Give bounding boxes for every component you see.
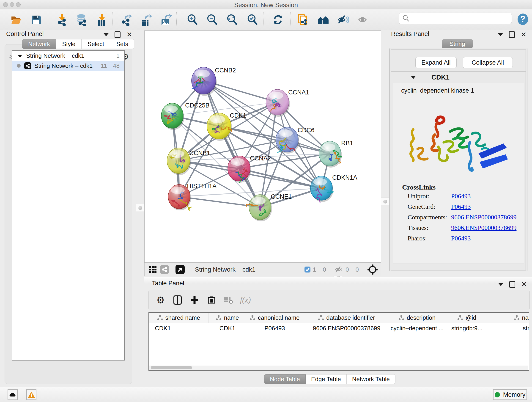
table-panel-menu-icon[interactable] [498,283,503,286]
import-network-file-icon[interactable] [56,13,69,26]
network-type-icon [24,62,31,69]
control-panel-float-icon[interactable] [114,32,120,38]
open-file-icon[interactable] [10,13,22,26]
grid-view-icon[interactable] [149,265,157,274]
network-collection-row[interactable]: String Network – cdk1 1 [12,51,124,61]
control-panel-close-icon[interactable]: ✕ [127,32,132,37]
protein-node-HIST1H1A[interactable]: HIST1H1A [168,183,216,210]
import-network-database-icon[interactable] [75,13,88,26]
warnings-button[interactable] [26,389,36,400]
crosslink-link[interactable]: 9606.ENSP00000378699 [451,214,516,221]
column-header-database-identifier[interactable]: database identifier [303,313,390,323]
help-icon[interactable]: ? [517,13,530,26]
tab-sets[interactable]: Sets [110,39,134,49]
tab-style[interactable]: Style [56,39,82,49]
table-cell: CDK1 [209,323,246,333]
save-session-icon[interactable] [30,13,43,26]
search-input[interactable] [412,15,512,22]
results-panel-close-icon[interactable]: ✕ [521,32,526,37]
show-columns-icon[interactable] [172,295,183,305]
table-cell: 9606.ENSP00000378699 [303,323,390,333]
delete-column-icon[interactable] [206,295,216,305]
new-network-from-selection-icon[interactable] [297,13,309,26]
apply-layout-icon[interactable] [272,13,284,26]
export-table-icon[interactable] [140,13,152,26]
zoom-fit-icon[interactable] [226,13,239,26]
export-image-icon[interactable] [160,13,172,26]
detach-view-icon[interactable] [176,265,185,274]
import-table-icon[interactable] [95,13,108,26]
hidden-elements-icon [335,266,344,274]
network-label: String Network – cdk1 [34,62,93,70]
create-column-icon[interactable] [190,295,200,305]
column-header-canonical-name[interactable]: canonical name [246,313,303,323]
column-header-name[interactable]: name [209,313,246,323]
protein-structure-image [402,97,516,182]
toolbar-separator [177,12,177,27]
protein-node-CDC25B[interactable]: CDC25B [161,102,210,128]
column-header-shared-name[interactable]: shared name [149,313,209,323]
table-options-gear-icon[interactable]: ⚙ [156,295,166,305]
zoom-out-icon[interactable] [206,13,219,26]
tab-edge-table[interactable]: Edge Table [306,374,347,384]
table-cell: P06493 [246,323,303,333]
table-horizontal-scrollbar[interactable] [149,366,528,370]
tab-select[interactable]: Select [82,39,110,49]
cloud-status-button[interactable] [7,389,18,400]
protein-node-CDKN1A[interactable]: CDKN1A [310,174,357,203]
table-cell: stringdb [490,323,529,333]
network-row[interactable]: String Network – cdk1 11 48 [12,61,124,71]
node-table[interactable]: shared namenamecanonical namedatabase id… [148,312,529,370]
protein-section-header[interactable]: CDK1 [391,72,526,83]
tab-network-table[interactable]: Network Table [347,374,395,384]
results-panel-float-icon[interactable] [509,32,515,38]
network-canvas[interactable]: CCNB2CCNA1CDC25BCDK1CDC6RB1CCNB1CCNA2CDK… [144,31,381,263]
tab-network[interactable]: Network [22,39,56,49]
selected-checkbox-icon[interactable] [304,266,311,273]
selected-node-edge-count: 1 – 0 [313,266,326,273]
tab-node-table[interactable]: Node Table [264,374,306,384]
main-toolbar: ? [0,9,532,30]
crosslink-link[interactable]: P06493 [451,235,471,242]
crosslink-label: Uniprot: [408,192,451,200]
protein-expand-caret-icon[interactable] [411,76,416,79]
protein-section: CDK1 cyclin–dependent kinase 1 [391,71,526,270]
first-neighbors-icon[interactable] [317,13,330,26]
column-header--id[interactable]: @id [444,313,490,323]
crosslink-link[interactable]: 9606.ENSP00000378699 [451,224,516,231]
crosslink-link[interactable]: P06493 [451,192,471,200]
export-network-icon[interactable] [120,13,133,26]
control-panel-menu-icon[interactable] [104,33,109,36]
protein-node-RB1[interactable]: RB1 [319,140,353,166]
crosslink-row: Uniprot:P06493 [408,192,471,200]
network-graph[interactable]: CCNB2CCNA1CDC25BCDK1CDC6RB1CCNB1CCNA2CDK… [145,31,381,262]
crosslink-link[interactable]: P06493 [451,203,471,211]
hide-selected-icon[interactable] [337,13,350,26]
svg-text:CDC6: CDC6 [298,127,315,134]
svg-text:CCNE1: CCNE1 [271,193,292,200]
table-row[interactable]: CDK1CDK1P064939606.ENSP00000378699cyclin… [149,323,529,333]
column-header-namespace[interactable]: namespace [490,313,529,323]
protein-description: cyclin–dependent kinase 1 [401,87,474,94]
expand-all-button[interactable]: Expand All [415,57,457,68]
network-edge-count: 48 [113,62,120,70]
memory-button[interactable]: Memory [493,389,527,400]
crosslink-row: Tissues:9606.ENSP00000378699 [408,224,516,231]
toolbar-separator [46,12,46,27]
tab-string[interactable]: String [442,39,473,48]
collection-expand-caret-icon[interactable] [17,52,22,59]
table-panel-float-icon[interactable] [509,281,515,288]
zoom-in-icon[interactable] [186,13,199,26]
protein-node-CDK1[interactable]: CDK1 [207,112,246,139]
control-panel: Control Panel ✕ Network Style Select Set… [2,30,134,386]
svg-text:CCNA2: CCNA2 [250,155,271,162]
results-panel-menu-icon[interactable] [498,33,503,36]
column-header-description[interactable]: description [390,313,444,323]
table-panel-close-icon[interactable]: ✕ [521,282,527,287]
zoom-selected-icon[interactable] [246,13,259,26]
left-splitter-handle[interactable] [136,204,144,212]
table-tabs: Node Table Edge Table Network Table [264,374,395,384]
birds-eye-view-icon[interactable] [367,264,378,275]
collapse-all-button[interactable]: Collapse All [463,57,513,68]
search-box[interactable] [399,13,512,24]
